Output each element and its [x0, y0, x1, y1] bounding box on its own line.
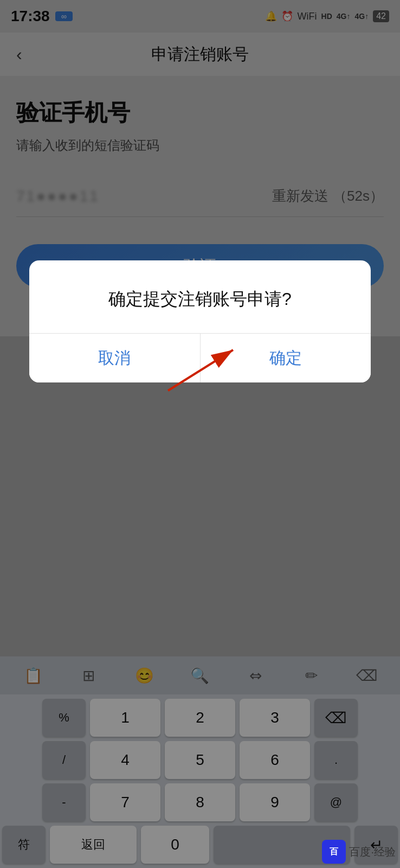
arrow-annotation — [163, 342, 249, 396]
watermark: 百 百度·经验 — [322, 840, 396, 864]
dialog-message: 确定提交注销账号申请? — [108, 289, 292, 309]
dialog-overlay — [0, 0, 400, 868]
svg-line-1 — [168, 350, 233, 391]
watermark-text: 百度·经验 — [349, 845, 396, 859]
baidu-logo: 百 — [322, 840, 346, 864]
dialog-body: 确定提交注销账号申请? — [29, 260, 371, 333]
